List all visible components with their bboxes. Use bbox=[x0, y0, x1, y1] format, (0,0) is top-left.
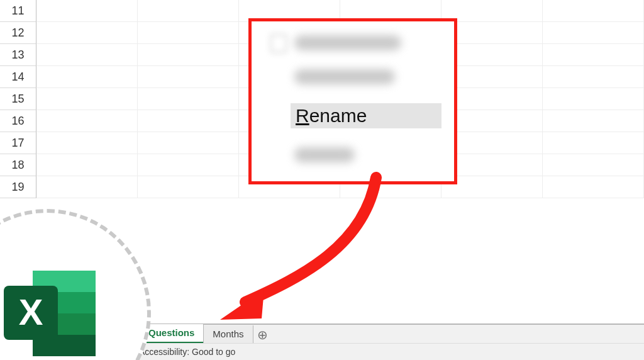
row-header[interactable]: 19 bbox=[0, 176, 36, 198]
row-header[interactable]: 18 bbox=[0, 154, 36, 176]
row-header[interactable]: 11 bbox=[0, 0, 36, 22]
menu-item-blurred bbox=[294, 35, 401, 50]
context-menu-callout: Rename bbox=[248, 18, 457, 184]
row-header[interactable]: 13 bbox=[0, 44, 36, 66]
row-header[interactable]: 17 bbox=[0, 132, 36, 154]
row-header[interactable]: 14 bbox=[0, 66, 36, 88]
accessibility-status: Accessibility: Good to go bbox=[139, 347, 235, 357]
menu-item-blurred bbox=[294, 69, 395, 84]
rename-rest: ename bbox=[309, 105, 367, 126]
row-header[interactable]: 15 bbox=[0, 88, 36, 110]
status-bar: Accessibility: Good to go bbox=[135, 343, 644, 360]
row-header-column: 11 12 13 14 15 16 17 18 19 bbox=[0, 0, 36, 198]
sheet-tab-strip: Questions Months ⊕ bbox=[135, 323, 644, 344]
row-header[interactable]: 16 bbox=[0, 110, 36, 132]
menu-item-rename[interactable]: Rename bbox=[291, 103, 441, 128]
excel-logo-icon: X bbox=[0, 267, 101, 360]
rename-mnemonic: R bbox=[296, 105, 309, 126]
menu-item-blurred bbox=[294, 147, 355, 162]
row-header[interactable]: 12 bbox=[0, 22, 36, 44]
sheet-tab[interactable]: Months bbox=[203, 325, 253, 344]
svg-text:X: X bbox=[19, 291, 43, 332]
menu-item-icon bbox=[270, 34, 287, 53]
add-sheet-button[interactable]: ⊕ bbox=[253, 326, 273, 344]
